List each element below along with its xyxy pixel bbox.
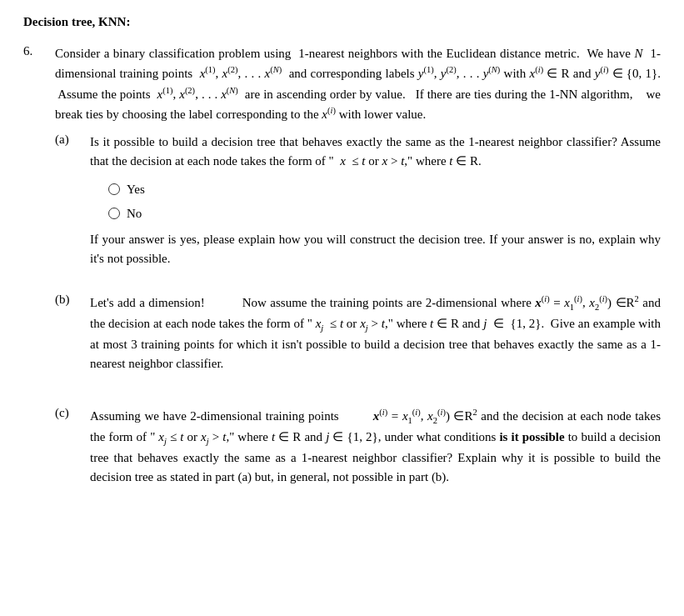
- question-intro: Consider a binary classification problem…: [55, 44, 661, 124]
- sub-question-a: (a) Is it possible to build a decision t…: [55, 133, 661, 269]
- radio-yes-circle[interactable]: [108, 183, 120, 195]
- sub-body-c: Assuming we have 2-dimensional training …: [90, 406, 661, 488]
- sub-label-c: (c): [55, 406, 90, 420]
- sub-label-b: (b): [55, 293, 90, 307]
- sub-body-a: Is it possible to build a decision tree …: [90, 133, 661, 269]
- option-no-label: No: [127, 204, 142, 223]
- option-no[interactable]: No: [108, 204, 661, 223]
- question-6: 6. Consider a binary classification prob…: [23, 44, 661, 508]
- part-a-question: Is it possible to build a decision tree …: [90, 133, 661, 172]
- question-number: 6.: [23, 44, 55, 58]
- option-yes-label: Yes: [127, 180, 145, 199]
- sub-label-a: (a): [55, 133, 90, 147]
- sub-question-c: (c) Assuming we have 2-dimensional train…: [55, 406, 661, 496]
- part-a-note: If your answer is yes, please explain ho…: [90, 230, 661, 269]
- sub-body-b: Let's add a dimension! Now assume the tr…: [90, 293, 661, 374]
- radio-no-circle[interactable]: [108, 208, 120, 219]
- part-c-question: Assuming we have 2-dimensional training …: [90, 406, 661, 488]
- page-title: Decision tree, KNN:: [23, 15, 661, 29]
- sub-question-b: (b) Let's add a dimension! Now assume th…: [55, 293, 661, 383]
- question-body: Consider a binary classification problem…: [55, 44, 661, 496]
- part-b-question: Let's add a dimension! Now assume the tr…: [90, 293, 661, 374]
- option-yes[interactable]: Yes: [108, 180, 661, 199]
